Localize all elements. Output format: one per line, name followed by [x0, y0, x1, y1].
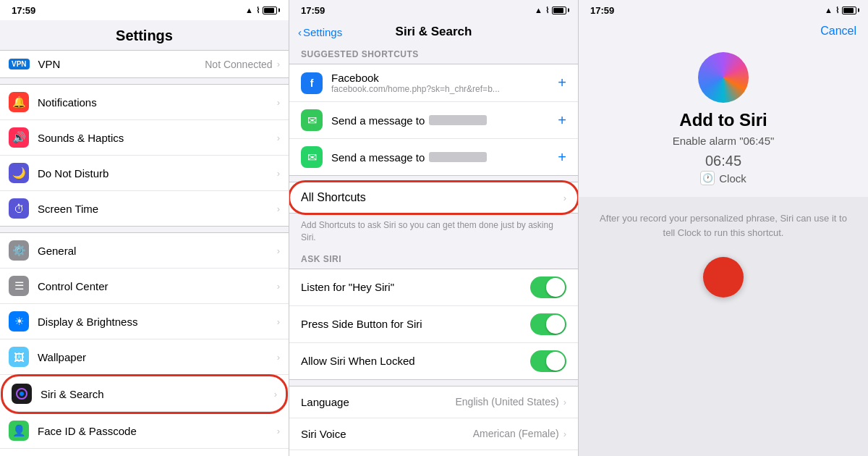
- vpn-label: VPN: [38, 58, 205, 70]
- chevron-icon: ›: [277, 281, 280, 292]
- ask-siri-header: ASK SIRI: [289, 251, 578, 269]
- cancel-bar: Cancel: [579, 20, 868, 45]
- vpn-status: Not Connected: [205, 59, 272, 70]
- siri-prefs-section: Language English (United States) › Siri …: [289, 386, 578, 456]
- shortcuts-description: Add Shortcuts to ask Siri so you can get…: [289, 215, 578, 251]
- general-icon: ⚙️: [9, 240, 29, 261]
- side-button-label: Press Side Button for Siri: [301, 318, 530, 330]
- siri-icon: [12, 384, 32, 404]
- messages-icon-1: ✉: [301, 109, 323, 131]
- hey-siri-toggle[interactable]: [530, 276, 566, 298]
- clock-app-icon: 🕐: [700, 171, 715, 185]
- chevron-icon: ›: [277, 426, 280, 436]
- add-to-siri-panel: 17:59 ▲ ⌇ Cancel Add to Siri Enable alar…: [579, 0, 868, 456]
- back-chevron-icon: ‹: [298, 26, 302, 38]
- record-button[interactable]: [703, 257, 744, 297]
- add-sendmsg2-button[interactable]: +: [558, 149, 566, 166]
- settings-item-donotdisturb[interactable]: 🌙 Do Not Disturb ›: [0, 156, 289, 191]
- siri-voice-row[interactable]: Siri Voice American (Female) ›: [289, 418, 578, 450]
- hey-siri-label: Listen for "Hey Siri": [301, 281, 530, 293]
- facebook-icon: f: [301, 72, 323, 94]
- chevron-icon: ›: [277, 168, 280, 179]
- wifi-icon-2: ⌇: [545, 6, 549, 15]
- siri-search-panel: 17:59 ▲ ⌇ ‹ Settings Siri & Search SUGGE…: [289, 0, 579, 456]
- vpn-row[interactable]: VPN VPN Not Connected ›: [0, 51, 289, 77]
- hey-siri-row[interactable]: Listen for "Hey Siri": [289, 269, 578, 306]
- settings-section-1: 🔔 Notifications › 🔊 Sounds & Haptics › 🌙…: [0, 84, 289, 227]
- screentime-icon: ⏱: [9, 198, 29, 219]
- wifi-icon-3: ⌇: [835, 6, 839, 15]
- clock-row: 🕐 Clock: [700, 171, 746, 185]
- time-2: 17:59: [301, 5, 325, 16]
- controlcenter-label: Control Center: [38, 280, 277, 292]
- status-icons-2: ▲ ⌇: [535, 6, 566, 15]
- nav-header: ‹ Settings Siri & Search: [289, 20, 578, 46]
- time-1: 17:59: [12, 5, 35, 16]
- add-siri-subtitle: Enable alarm "06:45": [673, 135, 775, 147]
- sendmsg2-content: Send a message to: [331, 151, 558, 164]
- when-locked-toggle[interactable]: [530, 350, 566, 372]
- settings-section-2: ⚙️ General › ☰ Control Center › ☀ Displa…: [0, 232, 289, 456]
- status-bar-3: 17:59 ▲ ⌇: [579, 0, 868, 20]
- chevron-icon: ›: [277, 132, 280, 143]
- settings-panel: 17:59 ▲ ⌇ Settings VPN VPN Not Connected…: [0, 0, 289, 456]
- settings-item-displaybrightness[interactable]: ☀ Display & Brightness ›: [0, 304, 289, 339]
- shortcut-sendmsg1[interactable]: ✉ Send a message to +: [289, 102, 578, 139]
- settings-item-emergencysos[interactable]: SOS Emergency SOS ›: [0, 449, 289, 456]
- add-sendmsg1-button[interactable]: +: [558, 112, 566, 129]
- notifications-label: Notifications: [38, 96, 277, 109]
- status-bar-1: 17:59 ▲ ⌇: [0, 0, 289, 20]
- settings-item-faceid[interactable]: 👤 Face ID & Passcode ›: [0, 413, 289, 449]
- siri-label: Siri & Search: [41, 388, 274, 400]
- voice-feedback-row[interactable]: Voice Feedback Always ›: [289, 450, 578, 456]
- donotdisturb-label: Do Not Disturb: [38, 167, 277, 180]
- screentime-label: Screen Time: [38, 203, 277, 215]
- facebook-title: Facebook: [331, 72, 558, 84]
- sendmsg1-content: Send a message to: [331, 114, 558, 127]
- siri-voice-chevron-icon: ›: [563, 428, 566, 439]
- cancel-button[interactable]: Cancel: [820, 25, 856, 38]
- signal-icon-2: ▲: [535, 6, 542, 14]
- siri-voice-value: American (Female): [473, 428, 559, 439]
- displaybrightness-label: Display & Brightness: [38, 316, 277, 328]
- settings-item-wallpaper[interactable]: 🖼 Wallpaper ›: [0, 339, 289, 375]
- when-locked-row[interactable]: Allow Siri When Locked: [289, 343, 578, 379]
- wifi-icon: ⌇: [256, 6, 260, 15]
- settings-item-siri[interactable]: Siri & Search ›: [3, 376, 286, 412]
- siri-search-title: Siri & Search: [396, 25, 472, 39]
- settings-item-sounds[interactable]: 🔊 Sounds & Haptics ›: [0, 120, 289, 156]
- back-button[interactable]: ‹ Settings: [298, 26, 342, 38]
- suggested-shortcuts-header: SUGGESTED SHORTCUTS: [289, 46, 578, 64]
- settings-item-controlcenter[interactable]: ☰ Control Center ›: [0, 269, 289, 304]
- sounds-label: Sounds & Haptics: [38, 132, 277, 144]
- clock-label: Clock: [719, 172, 746, 185]
- shortcut-sendmsg2[interactable]: ✉ Send a message to +: [289, 139, 578, 175]
- alarm-time: 06:45: [705, 153, 741, 169]
- add-siri-title: Add to Siri: [679, 110, 767, 130]
- chevron-icon: ›: [277, 316, 280, 327]
- ask-siri-section: Listen for "Hey Siri" Press Side Button …: [289, 269, 578, 380]
- page-title: Settings: [0, 20, 289, 50]
- vpn-section: VPN VPN Not Connected ›: [0, 50, 289, 78]
- battery-icon-2: [552, 7, 566, 14]
- add-facebook-button[interactable]: +: [558, 75, 566, 91]
- back-label: Settings: [303, 26, 342, 38]
- battery-icon-3: [842, 7, 856, 14]
- all-shortcuts-label: All Shortcuts: [301, 191, 563, 204]
- whatsapp-icon: ✉: [301, 146, 323, 168]
- chevron-icon: ›: [277, 203, 280, 214]
- settings-item-screentime[interactable]: ⏱ Screen Time ›: [0, 191, 289, 226]
- all-shortcuts-row[interactable]: All Shortcuts ›: [289, 182, 578, 214]
- side-button-toggle[interactable]: [530, 313, 566, 335]
- language-row[interactable]: Language English (United States) ›: [289, 387, 578, 418]
- settings-item-general[interactable]: ⚙️ General ›: [0, 233, 289, 269]
- controlcenter-icon: ☰: [9, 276, 29, 296]
- siri-voice-label: Siri Voice: [301, 428, 473, 440]
- shortcut-facebook[interactable]: f Facebook facebook.com/home.php?sk=h_ch…: [289, 64, 578, 102]
- side-button-row[interactable]: Press Side Button for Siri: [289, 306, 578, 343]
- when-locked-label: Allow Siri When Locked: [301, 355, 530, 367]
- status-icons-1: ▲ ⌇: [245, 6, 277, 15]
- settings-item-notifications[interactable]: 🔔 Notifications ›: [0, 85, 289, 120]
- sendmsg2-title: Send a message to: [331, 151, 558, 164]
- status-bar-2: 17:59 ▲ ⌇: [289, 0, 578, 20]
